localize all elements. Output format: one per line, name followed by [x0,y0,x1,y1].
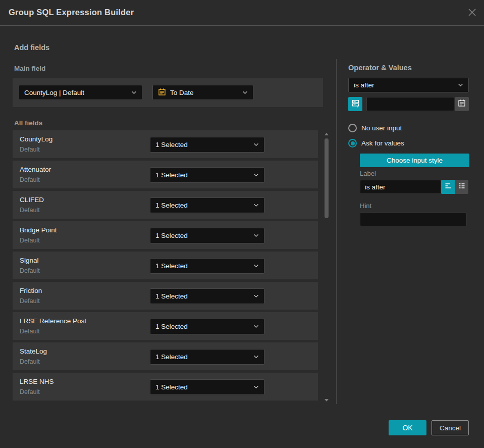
align-left-icon [444,182,452,192]
field-subtitle: Default [20,328,40,335]
operator-dropdown-value: is after [354,81,374,89]
field-name: CLIFED [20,196,44,204]
field-subtitle: Default [20,358,40,365]
group-sql-expression-builder-dialog: Group SQL Expression Builder Add fields … [0,0,484,448]
calendar-icon [458,99,466,109]
chevron-down-icon [131,91,137,94]
field-subtitle: Default [20,146,40,153]
cancel-button[interactable]: Cancel [432,420,469,435]
chevron-down-icon [253,173,259,177]
field-name: LRSE Reference Post [20,317,86,325]
scrollbar-up-arrow[interactable] [325,133,329,135]
stacked-rows-icon [351,99,360,110]
field-name: LRSE NHS [20,378,54,385]
selected-count: 1 Selected [155,232,188,239]
field-row: StateLog Default 1 Selected [13,342,318,370]
field-row: LRSE NHS Default 1 Selected [13,373,318,401]
field-row: CountyLog Default 1 Selected [13,130,318,158]
main-field-label: Main field [14,65,45,72]
field-subtitle: Default [20,176,40,183]
bulleted-list-icon [458,182,466,192]
chevron-down-icon [242,91,248,94]
input-style-list-button[interactable] [455,180,468,194]
radio-no-user-input[interactable]: No user input [348,124,402,132]
chevron-down-icon [458,83,463,87]
selected-count: 1 Selected [155,171,188,179]
all-fields-list: CountyLog Default 1 Selected Attenuator … [13,130,318,403]
scrollbar-thumb[interactable] [325,138,329,218]
main-field-panel: CountyLog | Default To Date [13,78,323,107]
field-selected-dropdown[interactable]: 1 Selected [150,258,264,274]
all-fields-label: All fields [14,119,42,127]
field-row: Signal Default 1 Selected [13,252,318,279]
field-row: Bridge Point Default 1 Selected [13,221,318,249]
chevron-down-icon [253,143,259,146]
selected-count: 1 Selected [155,383,188,391]
chevron-down-icon [253,355,259,359]
field-selected-dropdown[interactable]: 1 Selected [150,197,264,213]
field-selected-dropdown[interactable]: 1 Selected [150,137,264,153]
field-subtitle: Default [20,297,40,305]
field-subtitle: Default [20,388,40,395]
label-caption: Label [360,170,376,177]
field-name: StateLog [20,347,47,355]
operator-values-heading: Operator & Values [348,64,412,72]
date-field-dropdown-value: To Date [170,89,194,96]
close-button[interactable] [466,7,478,19]
dialog-header: Group SQL Expression Builder [0,0,484,26]
radio-circle-icon [348,124,357,132]
selected-count: 1 Selected [155,202,188,209]
chevron-down-icon [253,294,259,298]
field-selected-dropdown[interactable]: 1 Selected [150,228,264,243]
radio-label: Ask for values [361,139,404,147]
operator-dropdown[interactable]: is after [348,78,469,92]
radio-selected-icon [348,139,357,147]
field-name: CountyLog [20,135,52,143]
radio-label: No user input [361,124,402,132]
field-row: Friction Default 1 Selected [13,282,318,310]
field-name: Attenuator [20,166,51,173]
selected-count: 1 Selected [155,353,188,361]
chevron-down-icon [253,325,259,328]
selected-count: 1 Selected [155,323,188,330]
close-icon [467,7,477,20]
dialog-title: Group SQL Expression Builder [9,8,134,17]
field-subtitle: Default [20,207,40,214]
field-subtitle: Default [20,267,40,274]
field-selected-dropdown[interactable]: 1 Selected [150,379,264,395]
choose-input-style-button[interactable]: Choose input style [360,154,469,167]
field-selected-dropdown[interactable]: 1 Selected [150,288,264,304]
input-style-text-button[interactable] [441,180,455,194]
panel-divider [336,59,337,404]
chevron-down-icon [253,385,259,389]
field-row: Attenuator Default 1 Selected [13,161,318,188]
field-row: CLIFED Default 1 Selected [13,191,318,219]
field-selected-dropdown[interactable]: 1 Selected [150,349,264,365]
value-input[interactable] [366,97,454,111]
field-subtitle: Default [20,237,40,244]
field-name: Friction [20,287,42,294]
hint-input[interactable] [360,212,467,226]
scrollbar-down-arrow[interactable] [325,399,329,402]
date-field-dropdown[interactable]: To Date [152,85,253,100]
radio-ask-for-values[interactable]: Ask for values [348,139,404,147]
field-name: Bridge Point [20,226,57,234]
chevron-down-icon [253,264,259,268]
main-field-dropdown[interactable]: CountyLog | Default [19,85,142,100]
field-selected-dropdown[interactable]: 1 Selected [150,167,264,183]
value-picker-button[interactable] [348,97,362,111]
label-input[interactable] [360,180,441,194]
field-name: Signal [20,257,39,264]
chevron-down-icon [253,234,259,237]
selected-count: 1 Selected [155,141,188,148]
value-date-picker-button[interactable] [455,97,469,111]
selected-count: 1 Selected [155,292,188,300]
field-selected-dropdown[interactable]: 1 Selected [150,319,264,334]
hint-caption: Hint [360,202,371,210]
add-fields-heading: Add fields [14,43,49,52]
field-row: LRSE Reference Post Default 1 Selected [13,312,318,340]
chevron-down-icon [253,204,259,207]
calendar-icon [158,88,166,97]
main-field-dropdown-value: CountyLog | Default [24,89,84,96]
ok-button[interactable]: OK [389,420,426,435]
